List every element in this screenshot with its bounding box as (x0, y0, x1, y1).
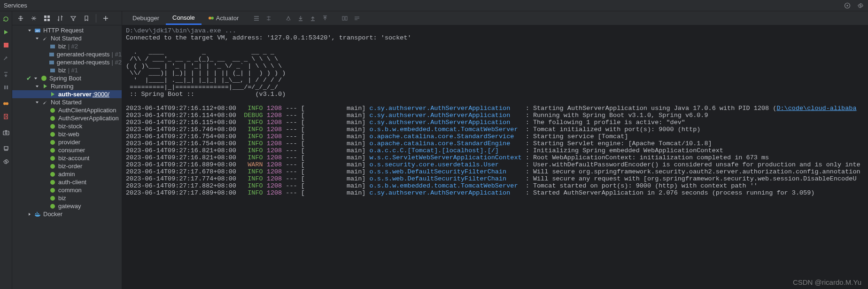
run-icon[interactable] (1, 27, 11, 37)
chevron-down-icon (32, 75, 39, 82)
export-icon[interactable] (319, 13, 331, 24)
svg-text:API: API (36, 29, 39, 32)
tree-app-item[interactable]: biz-web (12, 130, 122, 138)
svg-point-35 (50, 188, 55, 193)
check-icon: ✔ (26, 75, 31, 82)
svg-point-2 (860, 5, 861, 6)
spring-icon (49, 171, 56, 178)
tree-not-started-2[interactable]: Not Started (12, 98, 122, 106)
console-output[interactable]: D:\dev\jdk17\bin\java.exe ... Connected … (122, 25, 868, 289)
breakpoint-icon[interactable] (1, 99, 11, 108)
pause-icon[interactable] (1, 83, 11, 92)
exit-icon[interactable] (1, 112, 11, 121)
tree-app-item[interactable]: provider (12, 138, 122, 146)
tab-debugger[interactable]: Debugger (126, 11, 166, 25)
tree-app-item[interactable]: biz-stock (12, 122, 122, 130)
svg-rect-9 (3, 131, 9, 135)
expand-all-icon[interactable] (15, 13, 26, 24)
tree-app-item[interactable]: auth-client (12, 178, 122, 186)
tree-app-item[interactable]: gateway (12, 202, 122, 210)
svg-point-13 (5, 161, 7, 163)
gear-icon[interactable] (857, 2, 864, 9)
filter-icon[interactable] (68, 13, 79, 24)
tree-app-item[interactable]: admin (12, 170, 122, 178)
stop-icon[interactable] (1, 40, 11, 50)
wrap-icon[interactable] (339, 13, 350, 24)
svg-rect-45 (345, 16, 347, 20)
tree-app-item[interactable]: common (12, 186, 122, 194)
tree-auth-server[interactable]: auth-server :9000/ (12, 90, 122, 98)
tree-spring-boot[interactable]: ✔ Spring Boot (12, 74, 122, 82)
add-icon[interactable] (100, 13, 111, 24)
tree-app-item[interactable]: AuthServerApplication (12, 114, 122, 122)
rerun-icon[interactable] (1, 14, 11, 23)
chevron-right-icon (26, 211, 33, 218)
svg-rect-21 (49, 53, 54, 56)
svg-point-43 (211, 17, 214, 20)
services-tree[interactable]: API HTTP Request Not Started biz | #2 ge… (12, 25, 122, 289)
svg-rect-39 (37, 213, 38, 214)
bookmark-icon[interactable] (81, 13, 92, 24)
tab-actuator[interactable]: Actuator (202, 11, 245, 25)
svg-rect-44 (342, 16, 344, 20)
svg-rect-17 (47, 19, 50, 21)
softwrap-icon[interactable] (351, 13, 363, 24)
spring-icon (49, 147, 56, 154)
tree-app-item[interactable]: biz (12, 194, 122, 202)
window-title: Services (4, 2, 27, 9)
actuator-icon (208, 15, 214, 21)
tree-item[interactable]: biz | #1 (12, 66, 122, 74)
http-icon: API (34, 27, 41, 34)
spring-icon (49, 195, 56, 202)
tree-app-item[interactable]: biz-order (12, 162, 122, 170)
spring-icon (49, 139, 56, 146)
settings-gear-icon[interactable] (1, 157, 11, 166)
spring-icon (40, 75, 47, 82)
tree-running[interactable]: Running (12, 82, 122, 90)
wrench-icon (41, 35, 49, 42)
svg-rect-22 (49, 61, 54, 64)
svg-rect-40 (38, 213, 39, 214)
svg-rect-15 (47, 16, 50, 18)
svg-rect-12 (4, 147, 8, 149)
tree-app-item[interactable]: AuthClientApplication (12, 106, 122, 114)
divider-icon[interactable] (263, 13, 274, 24)
download-icon[interactable] (295, 13, 306, 24)
tree-http-request[interactable]: API HTTP Request (12, 26, 122, 34)
tree-docker[interactable]: Docker (12, 210, 122, 218)
tree-item[interactable]: generated-requests | #1 (12, 50, 122, 58)
svg-point-29 (50, 140, 55, 145)
svg-point-24 (41, 76, 46, 81)
camera-icon[interactable] (1, 128, 11, 137)
svg-point-37 (50, 204, 55, 209)
tree-not-started[interactable]: Not Started (12, 34, 122, 42)
collapse-all-icon[interactable] (28, 13, 39, 24)
sort-icon[interactable] (54, 13, 66, 24)
play-icon (41, 83, 49, 90)
tree-app-item[interactable]: biz-account (12, 154, 122, 162)
svg-point-33 (50, 172, 55, 177)
spring-icon (49, 123, 56, 130)
step-out-icon[interactable] (1, 70, 11, 79)
wrench-icon[interactable] (1, 54, 11, 63)
left-gutter (0, 11, 12, 289)
tab-console[interactable]: Console (166, 11, 202, 25)
request-icon (49, 67, 56, 74)
spring-icon (49, 131, 56, 138)
upload-icon[interactable] (307, 13, 318, 24)
group-icon[interactable] (41, 13, 53, 24)
svg-rect-4 (4, 86, 6, 89)
svg-point-30 (50, 148, 55, 153)
title-bar: Services (0, 0, 868, 11)
svg-rect-41 (37, 212, 38, 213)
tree-app-item[interactable]: consumer (12, 146, 122, 154)
list-icon[interactable] (251, 13, 262, 24)
svg-rect-3 (4, 43, 8, 47)
scroll-icon[interactable] (283, 13, 294, 24)
spring-icon (49, 155, 56, 162)
tree-item[interactable]: biz | #2 (12, 42, 122, 50)
menu-icon[interactable] (844, 2, 851, 9)
tree-item[interactable]: generated-requests | #2 (12, 58, 122, 66)
svg-point-7 (6, 102, 8, 105)
layers-icon[interactable] (1, 144, 11, 153)
